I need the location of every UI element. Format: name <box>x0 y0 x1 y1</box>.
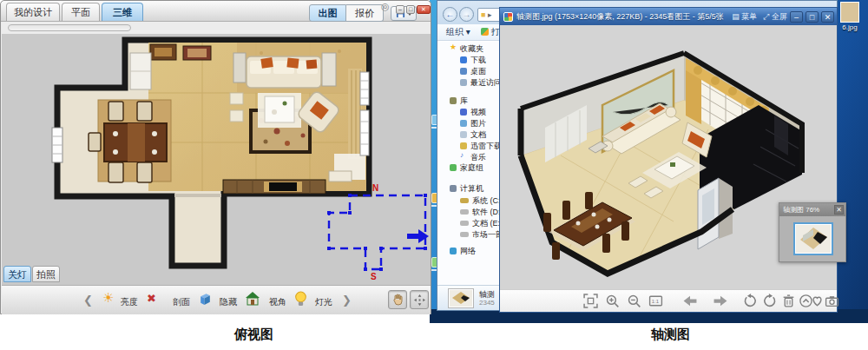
viewer-close-button[interactable]: ✕ <box>821 11 834 23</box>
star-icon: ★ <box>450 43 457 51</box>
thunder-downloads-icon <box>460 142 467 149</box>
toolbar-scroll-right[interactable]: ❯ <box>342 294 352 307</box>
navigator-close-icon[interactable]: ✕ <box>834 205 844 215</box>
coffee-table[interactable] <box>265 96 294 122</box>
back-arrow-icon: ← <box>446 10 455 19</box>
viewer-titlebar[interactable]: 轴测图.jpg (1753×1240像素, 227KB) - 2345看图王 -… <box>500 8 837 25</box>
fullscreen-button[interactable]: ⤢ 全屏 <box>763 11 787 23</box>
forward-arrow-icon: → <box>463 10 471 19</box>
sidebar-item-homegroup[interactable]: 家庭组 <box>460 162 483 174</box>
tab-snapshot[interactable]: 拍照 <box>32 266 60 282</box>
lights-label[interactable]: 灯光 <box>315 296 332 308</box>
favorite-heart-icon[interactable] <box>810 294 825 308</box>
brightness-label[interactable]: 亮度 <box>121 296 138 308</box>
minimize-button[interactable]: – <box>396 5 404 14</box>
sidebar-item-pictures[interactable]: 图片 <box>470 118 486 129</box>
sidebar-item-libraries[interactable]: 库 <box>460 96 468 107</box>
next-image-icon[interactable] <box>711 294 730 308</box>
previous-image-icon[interactable] <box>681 294 700 308</box>
outline-vertex-handles[interactable] <box>327 194 427 271</box>
sidebar-item-downloads[interactable]: 下载 <box>470 55 486 66</box>
pan-hand-button[interactable] <box>388 290 407 309</box>
design-app-window: 我的设计 平面 三维 出图 报价 ◎ – □ ✕ <box>0 0 431 314</box>
toolbar-scroll-left[interactable]: ❮ <box>83 294 93 307</box>
music-icon: ♪ <box>460 151 464 159</box>
compass-north-label: N <box>372 183 378 193</box>
file-thumbnail-image <box>450 290 472 307</box>
sidebar-item-videos[interactable]: 视频 <box>470 107 486 118</box>
viewer-minimize-button[interactable]: – <box>790 11 803 23</box>
sidebar-item-desktop[interactable]: 桌面 <box>470 66 486 77</box>
sidebar-item-favorites[interactable]: 收藏夹 <box>460 43 483 55</box>
view-slider-track[interactable] <box>8 24 131 31</box>
zoom-out-icon[interactable] <box>627 294 641 308</box>
navigator-thumbnail[interactable] <box>793 222 833 255</box>
organize-button[interactable]: 组织 ▾ <box>446 26 470 38</box>
tab-plan-2d[interactable]: 平面 <box>62 3 100 21</box>
quote-button[interactable]: 报价 <box>346 4 384 22</box>
network-icon <box>450 248 457 254</box>
sidebar-item-thunder[interactable]: 迅雷下载 <box>470 141 502 152</box>
move-view-button[interactable] <box>410 290 429 309</box>
drive-share-icon <box>460 232 469 237</box>
svg-text:1:1: 1:1 <box>652 299 659 304</box>
gear-icon[interactable]: ◎ <box>381 1 390 12</box>
menu-button[interactable]: ▤ 菜单 <box>732 11 757 23</box>
plan-outline-overlay[interactable]: N S <box>327 183 429 281</box>
view-angle-label[interactable]: 视角 <box>269 296 286 308</box>
desktop-icon-6jpg[interactable]: 6.jpg <box>838 2 861 31</box>
actual-size-icon[interactable]: 1:1 <box>648 294 663 308</box>
navigator-thumbnail-image <box>796 225 831 253</box>
caption-axon-view: 轴测图 <box>651 327 690 343</box>
ottoman[interactable] <box>230 110 243 122</box>
sidebar-item-documents[interactable]: 文档 <box>470 129 486 141</box>
videos-icon <box>460 109 467 116</box>
viewer-maximize-button[interactable]: □ <box>806 11 819 23</box>
zoom-in-icon[interactable] <box>605 294 620 308</box>
documents-icon <box>460 131 467 138</box>
desktop-icon-label: 6.jpg <box>838 23 861 31</box>
explorer-sidebar: 收藏夹 ★ 下载 桌面 最近访问的位 库 视频 图片 文档 迅雷下载 ♪ 音乐 … <box>439 42 503 285</box>
lights-bulb-icon[interactable] <box>294 291 307 307</box>
forward-button[interactable]: → <box>459 7 474 22</box>
bench[interactable] <box>329 171 352 182</box>
hide-label[interactable]: 隐藏 <box>220 296 237 308</box>
window-right <box>360 72 369 155</box>
move-arrows-icon <box>414 294 425 306</box>
table-runner <box>128 123 145 162</box>
fit-view-icon[interactable] <box>583 294 598 308</box>
tab-lights-off[interactable]: 关灯 <box>3 266 31 282</box>
sofa[interactable] <box>247 56 321 88</box>
viewer-app-icon <box>481 28 489 36</box>
folder-icon: ■ <box>481 10 485 19</box>
export-image-button[interactable]: 出图 <box>309 4 346 22</box>
tab-3d[interactable]: 三维 <box>102 3 143 21</box>
sidebar-item-computer[interactable]: 计算机 <box>460 183 483 195</box>
rotate-right-icon[interactable] <box>762 294 777 308</box>
view-angle-house-icon[interactable] <box>245 291 260 307</box>
snapshot-camera-icon[interactable] <box>825 294 839 308</box>
brightness-sun-icon[interactable]: ☀ <box>102 290 114 306</box>
maximize-button[interactable]: □ <box>406 5 415 14</box>
window-left <box>52 128 62 162</box>
navigator-panel[interactable]: 轴测图 76% ✕ <box>779 202 846 262</box>
side-table[interactable] <box>322 53 336 86</box>
ottoman[interactable] <box>230 93 243 104</box>
compass-south-label: S <box>371 272 377 281</box>
tab-my-design[interactable]: 我的设计 <box>6 3 60 21</box>
side-table[interactable] <box>233 53 246 83</box>
sidebar-item-network[interactable]: 网络 <box>460 246 476 257</box>
hand-icon <box>392 294 404 306</box>
computer-icon <box>450 185 457 192</box>
sidebar-item-drive-e[interactable]: 文档 (E:) <box>472 218 503 229</box>
bottom-toolbar: ❮ ☀ 亮度 ✖ 剖面 隐藏 视角 灯光 ❯ <box>2 285 431 314</box>
section-x-icon[interactable]: ✖ <box>147 292 156 305</box>
viewer-app-icon <box>503 12 513 22</box>
close-button[interactable]: ✕ <box>417 5 431 14</box>
hide-cube-icon[interactable] <box>198 292 213 307</box>
rotate-left-icon[interactable] <box>743 294 758 308</box>
delete-icon[interactable] <box>781 294 796 308</box>
back-button[interactable]: ← <box>443 7 457 22</box>
viewer-title: 轴测图.jpg (1753×1240像素, 227KB) - 2345看图王 -… <box>516 11 726 23</box>
section-label[interactable]: 剖面 <box>173 296 190 308</box>
